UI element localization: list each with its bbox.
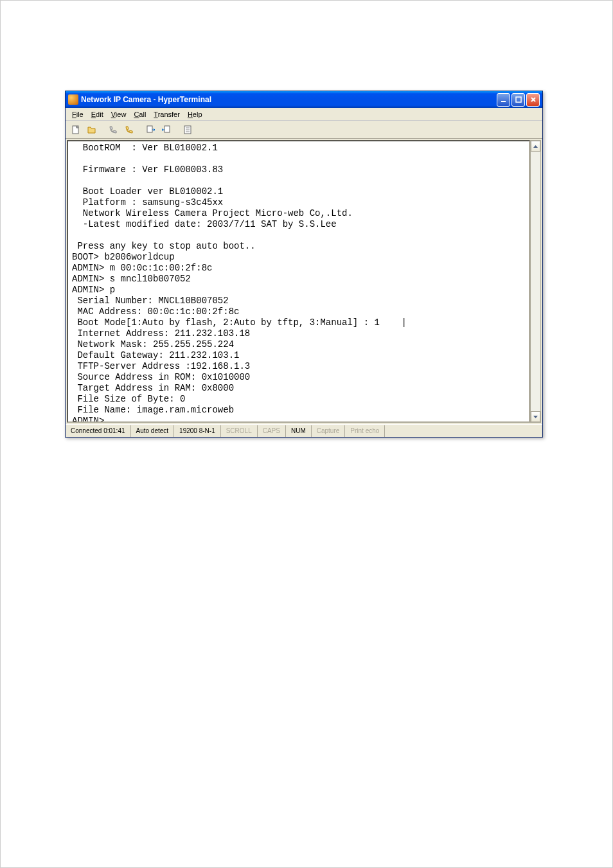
document-page: Network IP Camera - HyperTerminal File E… [0, 0, 613, 868]
scroll-down-button[interactable] [531, 411, 540, 422]
window-title: Network IP Camera - HyperTerminal [81, 95, 497, 104]
menu-call[interactable]: Call [130, 109, 150, 120]
statusbar: Connected 0:01:41 Auto detect 19200 8-N-… [66, 424, 542, 437]
phone-disconnect-icon [124, 125, 134, 135]
minimize-icon [501, 96, 507, 103]
svg-rect-1 [516, 97, 521, 102]
scroll-track[interactable] [531, 152, 540, 411]
hyperterminal-window: Network IP Camera - HyperTerminal File E… [65, 91, 543, 438]
terminal-output[interactable]: BootROM : Ver BL010002.1 Firmware : Ver … [67, 140, 530, 423]
close-icon [530, 96, 537, 103]
open-folder-icon [87, 125, 97, 135]
menubar: File Edit View Call Transfer Help [66, 108, 542, 121]
scroll-up-button[interactable] [531, 141, 540, 152]
status-caps: CAPS [258, 425, 286, 437]
menu-view[interactable]: View [107, 109, 130, 120]
new-button[interactable] [68, 123, 83, 137]
menu-transfer[interactable]: Transfer [150, 109, 184, 120]
vertical-scrollbar[interactable] [530, 140, 541, 423]
close-button[interactable] [526, 93, 540, 107]
properties-icon [182, 125, 193, 135]
status-connected: Connected 0:01:41 [66, 425, 131, 437]
menu-edit[interactable]: Edit [87, 109, 107, 120]
minimize-button[interactable] [497, 93, 510, 107]
phone-connect-icon [108, 125, 118, 135]
disconnect-button[interactable] [121, 123, 136, 137]
svg-rect-3 [147, 126, 152, 132]
status-scroll: SCROLL [221, 425, 258, 437]
status-autodetect: Auto detect [131, 425, 175, 437]
svg-rect-4 [164, 126, 170, 132]
titlebar[interactable]: Network IP Camera - HyperTerminal [66, 91, 542, 108]
maximize-button[interactable] [511, 93, 525, 107]
receive-button[interactable] [159, 123, 173, 137]
terminal-wrap: BootROM : Ver BL010002.1 Firmware : Ver … [66, 139, 542, 424]
window-buttons [497, 93, 540, 107]
open-button[interactable] [84, 123, 99, 137]
status-capture: Capture [312, 425, 346, 437]
status-baud: 19200 8-N-1 [174, 425, 221, 437]
svg-rect-0 [501, 101, 506, 102]
status-num: NUM [286, 425, 312, 437]
toolbar [66, 121, 542, 139]
send-button[interactable] [143, 123, 157, 137]
chevron-up-icon [533, 145, 538, 148]
connect-button[interactable] [105, 123, 120, 137]
new-file-icon [71, 125, 81, 135]
properties-button[interactable] [180, 123, 195, 137]
terminal-frame: BootROM : Ver BL010002.1 Firmware : Ver … [67, 140, 541, 423]
app-icon [68, 94, 78, 105]
menu-file[interactable]: File [68, 109, 87, 120]
menu-help[interactable]: Help [184, 109, 206, 120]
send-file-icon [145, 125, 155, 135]
receive-file-icon [161, 125, 172, 135]
maximize-icon [515, 96, 522, 103]
status-printecho: Print echo [345, 425, 385, 437]
chevron-down-icon [533, 416, 538, 418]
